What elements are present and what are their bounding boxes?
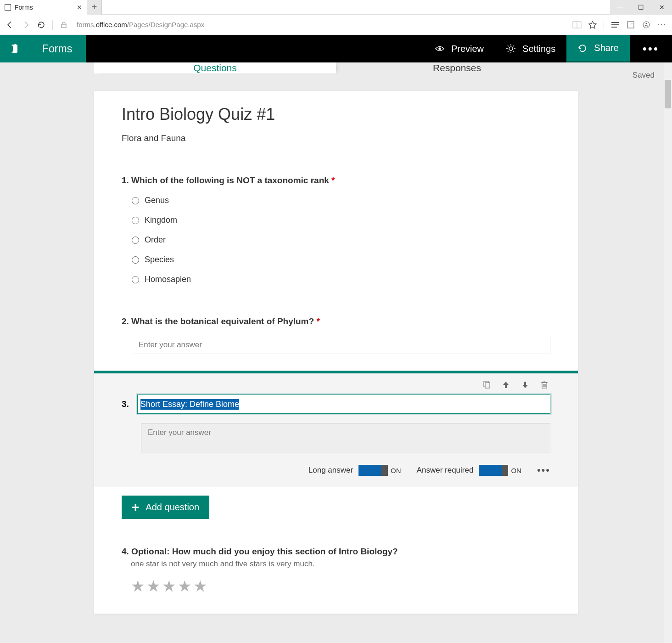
- svg-point-10: [509, 47, 513, 51]
- minimize-button[interactable]: —: [610, 0, 631, 15]
- hub-icon[interactable]: [610, 20, 620, 29]
- question-4: 4. Optional: How much did you enjoy this…: [122, 547, 550, 595]
- forward-button[interactable]: [21, 20, 30, 29]
- long-answer-label: Long answer: [308, 466, 353, 475]
- share-icon[interactable]: [642, 20, 651, 29]
- scrollbar[interactable]: [664, 62, 672, 643]
- question-number: 3.: [122, 399, 129, 409]
- share-arrows-icon: [577, 43, 588, 53]
- question-text: 2. What is the botanical equivalent of P…: [122, 316, 550, 327]
- more-actions-button[interactable]: •••: [630, 35, 672, 62]
- svg-line-18: [513, 45, 514, 46]
- required-label: Answer required: [417, 466, 474, 475]
- svg-point-7: [643, 22, 650, 28]
- radio-icon[interactable]: [132, 256, 139, 264]
- question-2: 2. What is the botanical equivalent of P…: [122, 316, 550, 354]
- question-title-input[interactable]: Short Essay: Define Biome: [137, 395, 550, 414]
- maximize-button[interactable]: ☐: [631, 0, 651, 15]
- move-up-button[interactable]: [501, 380, 511, 390]
- radio-icon[interactable]: [132, 237, 139, 244]
- svg-rect-20: [485, 383, 490, 388]
- option-row[interactable]: Order: [122, 235, 550, 245]
- radio-icon[interactable]: [132, 217, 139, 224]
- new-tab-button[interactable]: +: [87, 0, 102, 15]
- lock-icon: [59, 20, 68, 29]
- toggle-state: ON: [511, 467, 521, 474]
- content-area: Saved Questions Responses Intro Biology …: [0, 62, 672, 643]
- tab-responses[interactable]: Responses: [336, 62, 578, 73]
- required-toggle[interactable]: [479, 465, 508, 476]
- reading-view-icon[interactable]: [572, 20, 582, 29]
- favorite-icon[interactable]: [588, 20, 597, 29]
- answer-input[interactable]: Enter your answer: [132, 336, 550, 354]
- question-subtitle: one star is not very much and five stars…: [122, 559, 550, 569]
- app-header: Forms Preview Settings Share •••: [0, 35, 672, 62]
- close-window-button[interactable]: ✕: [651, 0, 672, 15]
- radio-icon[interactable]: [132, 197, 139, 204]
- gear-icon: [506, 44, 516, 54]
- close-tab-icon[interactable]: ✕: [77, 4, 82, 11]
- delete-question-button[interactable]: [539, 380, 549, 390]
- tab-title: Forms: [15, 4, 73, 11]
- svg-point-9: [438, 47, 441, 50]
- app-name[interactable]: Forms: [28, 35, 86, 62]
- option-row[interactable]: Species: [122, 255, 550, 265]
- share-button[interactable]: Share: [566, 35, 629, 62]
- eye-icon: [435, 44, 445, 54]
- rating-stars[interactable]: ★★★★★: [122, 577, 550, 595]
- office-icon: [9, 44, 19, 54]
- url-text[interactable]: forms.office.com/Pages/DesignPage.aspx: [75, 21, 566, 28]
- long-answer-toggle[interactable]: [358, 465, 388, 476]
- settings-button[interactable]: Settings: [495, 35, 566, 62]
- svg-line-15: [508, 45, 509, 46]
- saved-status: Saved: [633, 71, 655, 80]
- form-title[interactable]: Intro Biology Quiz #1: [122, 105, 550, 124]
- svg-line-17: [508, 51, 509, 52]
- question-text: 1. Which of the following is NOT a taxon…: [122, 175, 550, 186]
- question-text: 4. Optional: How much did you enjoy this…: [122, 547, 550, 557]
- option-row[interactable]: Genus: [122, 196, 550, 205]
- option-row[interactable]: Homosapien: [122, 275, 550, 284]
- add-question-button[interactable]: + Add question: [122, 496, 209, 519]
- form-subtitle[interactable]: Flora and Fauna: [122, 133, 550, 143]
- question-more-button[interactable]: •••: [537, 464, 550, 476]
- preview-button[interactable]: Preview: [424, 35, 495, 62]
- radio-icon[interactable]: [132, 276, 139, 283]
- webnote-icon[interactable]: [626, 20, 635, 29]
- long-answer-input[interactable]: Enter your answer: [141, 423, 550, 452]
- question-3-editing: 3. Short Essay: Define Biome Enter your …: [94, 371, 578, 487]
- back-button[interactable]: [6, 20, 15, 29]
- tab-questions[interactable]: Questions: [94, 62, 336, 73]
- question-1: 1. Which of the following is NOT a taxon…: [122, 175, 550, 284]
- page-icon: [5, 4, 11, 11]
- move-down-button[interactable]: [520, 380, 530, 390]
- svg-rect-0: [62, 24, 66, 28]
- address-bar: forms.office.com/Pages/DesignPage.aspx ·…: [0, 15, 672, 35]
- browser-tab-bar: Forms ✕ + — ☐ ✕: [0, 0, 672, 15]
- svg-point-8: [646, 23, 647, 24]
- option-row[interactable]: Kingdom: [122, 215, 550, 225]
- svg-line-16: [513, 51, 514, 52]
- copy-question-button[interactable]: [482, 380, 492, 390]
- form-card: Intro Biology Quiz #1 Flora and Fauna 1.…: [94, 91, 578, 614]
- browser-tab[interactable]: Forms ✕: [0, 0, 87, 15]
- more-icon[interactable]: ···: [657, 20, 666, 29]
- scrollbar-thumb[interactable]: [665, 80, 671, 108]
- refresh-button[interactable]: [37, 20, 46, 29]
- ellipsis-icon: •••: [643, 42, 659, 56]
- toggle-state: ON: [391, 467, 401, 474]
- app-launcher-button[interactable]: [0, 35, 28, 62]
- plus-icon: +: [132, 503, 139, 512]
